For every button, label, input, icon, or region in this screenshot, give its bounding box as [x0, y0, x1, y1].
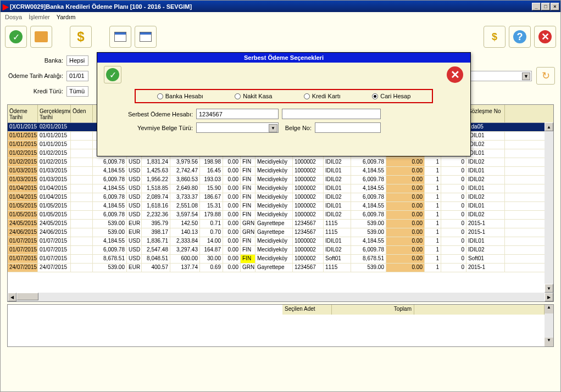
menu-islemler[interactable]: İşlemler: [29, 14, 50, 20]
radio-banka-hesabi[interactable]: Banka Hesabı: [157, 93, 203, 99]
open-button[interactable]: [30, 26, 52, 48]
summary-grid: Seçilen Adet Toplam ▲ ▼: [7, 304, 554, 347]
tarih-from-input[interactable]: [66, 71, 88, 81]
hesap-label: Serbest Ödeme Hesabı:: [108, 111, 196, 117]
dialog-cancel-button[interactable]: ✕: [446, 66, 464, 83]
belge-no-input[interactable]: [315, 122, 381, 133]
col-gerceklesme[interactable]: Gerçekleşme Tarihi: [38, 105, 71, 122]
table-row[interactable]: 01/02/201501/02/20156,009.78USD1,831.243…: [8, 158, 553, 167]
belge-no-label: Belge No:: [282, 125, 315, 131]
menu-dosya[interactable]: Dosya: [5, 14, 22, 20]
col-secilen-adet: Seçilen Adet: [282, 305, 332, 315]
belge-turu-label: Yevmiye Belge Türü:: [108, 125, 196, 131]
scroll-up-icon[interactable]: ▲: [545, 305, 553, 313]
grid2-button[interactable]: [135, 26, 157, 48]
exit-button[interactable]: ✕: [534, 26, 556, 48]
radio-cari-hesap[interactable]: Cari Hesap: [372, 93, 410, 99]
tarih-label: Ödeme Tarih Aralığı:: [6, 72, 66, 79]
close-circle-icon: ✕: [538, 30, 552, 43]
table-row[interactable]: 24/07/201524/07/2015539.00EUR400.57137.7…: [8, 264, 553, 272]
table-row[interactable]: 01/03/201501/03/20156,009.78USD1,956.223…: [8, 176, 553, 184]
payment-options-dialog: Serbest Ödeme Seçenekleri ✓ ✕ Banka Hesa…: [97, 52, 471, 156]
menu-yardim[interactable]: Yardım: [57, 14, 76, 20]
radio-kredi-karti[interactable]: Kredi Kartı: [304, 93, 341, 99]
grid1-button[interactable]: [109, 26, 131, 48]
check-circle-icon: ✓: [9, 30, 23, 43]
refresh-icon: ↻: [542, 70, 550, 82]
radio-icon: [157, 93, 163, 99]
dollar-icon: $: [77, 29, 84, 44]
minimize-button[interactable]: _: [532, 3, 541, 10]
table-row[interactable]: 24/05/201524/05/2015539.00EUR395.79142.5…: [8, 220, 553, 228]
dialog-ok-button[interactable]: ✓: [104, 66, 121, 83]
banka-label: Banka:: [6, 57, 66, 64]
table-row[interactable]: 01/07/201501/07/20158,678.51USD8,048.516…: [8, 255, 553, 264]
hesap-input[interactable]: [196, 109, 279, 119]
pay-button[interactable]: $: [70, 26, 92, 48]
table-row[interactable]: 01/07/201501/07/20154,184.55USD1,836.712…: [8, 237, 553, 246]
refresh-button[interactable]: ↻: [536, 67, 555, 85]
maximize-button[interactable]: □: [541, 3, 550, 10]
col-oden[interactable]: Öden: [71, 105, 93, 122]
radio-nakit-kasa[interactable]: Nakit Kasa: [235, 93, 272, 99]
menubar: Dosya İşlemler Yardım: [1, 12, 560, 22]
close-button[interactable]: ×: [551, 3, 559, 10]
col-toplam: Toplam: [332, 305, 414, 315]
table-row[interactable]: 01/05/201501/05/20154,184.55USD1,618.162…: [8, 202, 553, 211]
radio-icon: [235, 93, 241, 99]
table-row[interactable]: 24/06/201524/06/2015539.00EUR398.17140.1…: [8, 228, 553, 237]
report-button[interactable]: $: [484, 26, 506, 48]
horizontal-scrollbar[interactable]: ◀ ▶: [8, 293, 553, 301]
table-row[interactable]: 01/05/201501/05/20156,009.78USD2,232.363…: [8, 211, 553, 220]
main-toolbar: ✓ $ $ ? ✕: [1, 22, 560, 52]
scroll-down-icon[interactable]: ▼: [545, 338, 553, 346]
check-circle-icon: ✓: [106, 68, 119, 81]
folder-icon: [35, 31, 48, 42]
help-icon: ?: [513, 30, 526, 43]
table-row[interactable]: 01/04/201501/04/20156,009.78USD2,089.743…: [8, 193, 553, 202]
vertical-scrollbar[interactable]: ▲ ▼: [545, 122, 553, 293]
radio-icon: [304, 93, 310, 99]
kredi-select[interactable]: [66, 86, 88, 97]
scroll-down-icon[interactable]: ▼: [545, 284, 553, 293]
table-row[interactable]: 01/07/201501/07/20156,009.78USD2,547.483…: [8, 246, 553, 255]
col-sozlesme[interactable]: Sözleşme No: [466, 105, 505, 122]
close-circle-icon: ✕: [447, 66, 463, 83]
scroll-left-icon[interactable]: ◀: [8, 293, 16, 301]
app-icon: ▶: [3, 2, 9, 11]
table-row[interactable]: 01/04/201501/04/20154,184.55USD1,518.852…: [8, 184, 553, 193]
scroll-up-icon[interactable]: ▲: [545, 122, 553, 131]
window-title: [XCRW0029]Banka Kredileri Ödeme Planı [1…: [10, 3, 532, 10]
payment-type-radiogroup: Banka Hesabı Nakit Kasa Kredi Kartı Cari…: [135, 89, 433, 103]
title-bar: ▶ [XCRW0029]Banka Kredileri Ödeme Planı …: [1, 1, 560, 12]
belge-turu-select[interactable]: [196, 122, 279, 133]
scroll-right-icon[interactable]: ▶: [545, 293, 553, 301]
grid-icon: [140, 32, 152, 42]
document-dollar-icon: $: [492, 31, 497, 43]
grid-icon: [114, 32, 126, 42]
scroll-thumb[interactable]: [16, 293, 38, 300]
dialog-title: Serbest Ödeme Seçenekleri: [97, 53, 470, 63]
col-odeme-tarihi[interactable]: Ödeme Tarihi: [8, 105, 38, 122]
banka-select[interactable]: [66, 55, 88, 66]
table-row[interactable]: 01/03/201501/03/20154,184.55USD1,425.632…: [8, 167, 553, 176]
confirm-button[interactable]: ✓: [5, 26, 27, 48]
hesap-desc-input[interactable]: [282, 109, 381, 119]
kredi-label: Kredi Türü:: [6, 88, 66, 94]
help-button[interactable]: ?: [509, 26, 531, 48]
radio-icon: [372, 93, 378, 99]
